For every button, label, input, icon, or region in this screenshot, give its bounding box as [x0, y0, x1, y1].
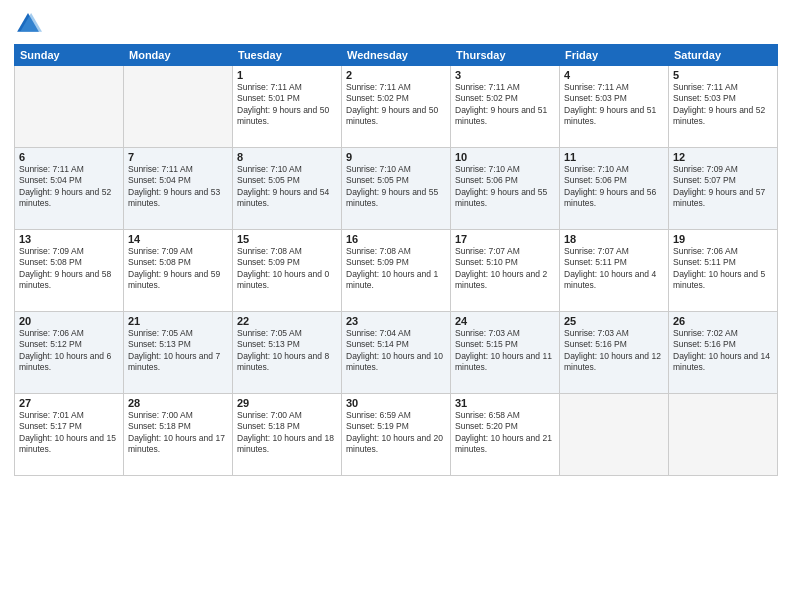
calendar-cell: 29Sunrise: 7:00 AM Sunset: 5:18 PM Dayli…	[233, 394, 342, 476]
calendar-cell: 27Sunrise: 7:01 AM Sunset: 5:17 PM Dayli…	[15, 394, 124, 476]
calendar-cell: 14Sunrise: 7:09 AM Sunset: 5:08 PM Dayli…	[124, 230, 233, 312]
calendar-week-3: 13Sunrise: 7:09 AM Sunset: 5:08 PM Dayli…	[15, 230, 778, 312]
calendar-cell	[124, 66, 233, 148]
calendar-cell	[15, 66, 124, 148]
calendar-cell	[560, 394, 669, 476]
col-header-wednesday: Wednesday	[342, 45, 451, 66]
day-number: 11	[564, 151, 664, 163]
day-info: Sunrise: 7:10 AM Sunset: 5:06 PM Dayligh…	[455, 164, 555, 210]
day-info: Sunrise: 7:11 AM Sunset: 5:03 PM Dayligh…	[673, 82, 773, 128]
calendar-table: SundayMondayTuesdayWednesdayThursdayFrid…	[14, 44, 778, 476]
col-header-thursday: Thursday	[451, 45, 560, 66]
day-info: Sunrise: 6:58 AM Sunset: 5:20 PM Dayligh…	[455, 410, 555, 456]
calendar-cell: 16Sunrise: 7:08 AM Sunset: 5:09 PM Dayli…	[342, 230, 451, 312]
day-info: Sunrise: 7:11 AM Sunset: 5:04 PM Dayligh…	[128, 164, 228, 210]
day-number: 24	[455, 315, 555, 327]
calendar-cell: 11Sunrise: 7:10 AM Sunset: 5:06 PM Dayli…	[560, 148, 669, 230]
day-info: Sunrise: 7:11 AM Sunset: 5:02 PM Dayligh…	[455, 82, 555, 128]
calendar-cell: 5Sunrise: 7:11 AM Sunset: 5:03 PM Daylig…	[669, 66, 778, 148]
calendar-cell: 6Sunrise: 7:11 AM Sunset: 5:04 PM Daylig…	[15, 148, 124, 230]
calendar-cell: 19Sunrise: 7:06 AM Sunset: 5:11 PM Dayli…	[669, 230, 778, 312]
day-info: Sunrise: 7:09 AM Sunset: 5:08 PM Dayligh…	[128, 246, 228, 292]
day-info: Sunrise: 7:11 AM Sunset: 5:01 PM Dayligh…	[237, 82, 337, 128]
calendar-cell: 2Sunrise: 7:11 AM Sunset: 5:02 PM Daylig…	[342, 66, 451, 148]
logo	[14, 10, 46, 38]
day-number: 16	[346, 233, 446, 245]
day-number: 6	[19, 151, 119, 163]
day-info: Sunrise: 7:06 AM Sunset: 5:12 PM Dayligh…	[19, 328, 119, 374]
day-info: Sunrise: 7:08 AM Sunset: 5:09 PM Dayligh…	[237, 246, 337, 292]
calendar-header-row: SundayMondayTuesdayWednesdayThursdayFrid…	[15, 45, 778, 66]
day-info: Sunrise: 7:06 AM Sunset: 5:11 PM Dayligh…	[673, 246, 773, 292]
day-number: 18	[564, 233, 664, 245]
day-info: Sunrise: 7:09 AM Sunset: 5:08 PM Dayligh…	[19, 246, 119, 292]
calendar-cell: 7Sunrise: 7:11 AM Sunset: 5:04 PM Daylig…	[124, 148, 233, 230]
day-info: Sunrise: 7:03 AM Sunset: 5:16 PM Dayligh…	[564, 328, 664, 374]
day-info: Sunrise: 7:11 AM Sunset: 5:03 PM Dayligh…	[564, 82, 664, 128]
day-number: 1	[237, 69, 337, 81]
calendar-cell: 21Sunrise: 7:05 AM Sunset: 5:13 PM Dayli…	[124, 312, 233, 394]
day-info: Sunrise: 6:59 AM Sunset: 5:19 PM Dayligh…	[346, 410, 446, 456]
calendar-cell: 31Sunrise: 6:58 AM Sunset: 5:20 PM Dayli…	[451, 394, 560, 476]
day-number: 27	[19, 397, 119, 409]
calendar-cell: 10Sunrise: 7:10 AM Sunset: 5:06 PM Dayli…	[451, 148, 560, 230]
day-number: 3	[455, 69, 555, 81]
day-number: 2	[346, 69, 446, 81]
col-header-monday: Monday	[124, 45, 233, 66]
col-header-tuesday: Tuesday	[233, 45, 342, 66]
day-info: Sunrise: 7:07 AM Sunset: 5:11 PM Dayligh…	[564, 246, 664, 292]
calendar-cell: 12Sunrise: 7:09 AM Sunset: 5:07 PM Dayli…	[669, 148, 778, 230]
day-info: Sunrise: 7:00 AM Sunset: 5:18 PM Dayligh…	[128, 410, 228, 456]
day-info: Sunrise: 7:04 AM Sunset: 5:14 PM Dayligh…	[346, 328, 446, 374]
calendar-cell: 9Sunrise: 7:10 AM Sunset: 5:05 PM Daylig…	[342, 148, 451, 230]
day-number: 19	[673, 233, 773, 245]
day-info: Sunrise: 7:07 AM Sunset: 5:10 PM Dayligh…	[455, 246, 555, 292]
day-number: 12	[673, 151, 773, 163]
calendar-cell: 24Sunrise: 7:03 AM Sunset: 5:15 PM Dayli…	[451, 312, 560, 394]
day-number: 21	[128, 315, 228, 327]
day-info: Sunrise: 7:11 AM Sunset: 5:02 PM Dayligh…	[346, 82, 446, 128]
day-number: 5	[673, 69, 773, 81]
calendar-cell: 13Sunrise: 7:09 AM Sunset: 5:08 PM Dayli…	[15, 230, 124, 312]
day-number: 4	[564, 69, 664, 81]
calendar-cell: 26Sunrise: 7:02 AM Sunset: 5:16 PM Dayli…	[669, 312, 778, 394]
day-number: 23	[346, 315, 446, 327]
calendar-week-1: 1Sunrise: 7:11 AM Sunset: 5:01 PM Daylig…	[15, 66, 778, 148]
calendar-week-5: 27Sunrise: 7:01 AM Sunset: 5:17 PM Dayli…	[15, 394, 778, 476]
calendar-cell: 22Sunrise: 7:05 AM Sunset: 5:13 PM Dayli…	[233, 312, 342, 394]
calendar-cell: 1Sunrise: 7:11 AM Sunset: 5:01 PM Daylig…	[233, 66, 342, 148]
page-header	[14, 10, 778, 38]
day-info: Sunrise: 7:03 AM Sunset: 5:15 PM Dayligh…	[455, 328, 555, 374]
day-number: 25	[564, 315, 664, 327]
calendar-cell: 3Sunrise: 7:11 AM Sunset: 5:02 PM Daylig…	[451, 66, 560, 148]
day-info: Sunrise: 7:11 AM Sunset: 5:04 PM Dayligh…	[19, 164, 119, 210]
day-number: 26	[673, 315, 773, 327]
calendar-cell: 20Sunrise: 7:06 AM Sunset: 5:12 PM Dayli…	[15, 312, 124, 394]
calendar-week-2: 6Sunrise: 7:11 AM Sunset: 5:04 PM Daylig…	[15, 148, 778, 230]
day-info: Sunrise: 7:09 AM Sunset: 5:07 PM Dayligh…	[673, 164, 773, 210]
calendar-cell: 18Sunrise: 7:07 AM Sunset: 5:11 PM Dayli…	[560, 230, 669, 312]
day-number: 30	[346, 397, 446, 409]
day-info: Sunrise: 7:10 AM Sunset: 5:05 PM Dayligh…	[237, 164, 337, 210]
day-number: 8	[237, 151, 337, 163]
day-number: 17	[455, 233, 555, 245]
day-number: 20	[19, 315, 119, 327]
day-number: 15	[237, 233, 337, 245]
day-number: 9	[346, 151, 446, 163]
calendar-cell: 30Sunrise: 6:59 AM Sunset: 5:19 PM Dayli…	[342, 394, 451, 476]
day-number: 22	[237, 315, 337, 327]
day-info: Sunrise: 7:00 AM Sunset: 5:18 PM Dayligh…	[237, 410, 337, 456]
day-number: 13	[19, 233, 119, 245]
calendar-cell: 17Sunrise: 7:07 AM Sunset: 5:10 PM Dayli…	[451, 230, 560, 312]
day-info: Sunrise: 7:08 AM Sunset: 5:09 PM Dayligh…	[346, 246, 446, 292]
calendar-cell	[669, 394, 778, 476]
day-number: 29	[237, 397, 337, 409]
day-number: 7	[128, 151, 228, 163]
calendar-cell: 23Sunrise: 7:04 AM Sunset: 5:14 PM Dayli…	[342, 312, 451, 394]
col-header-saturday: Saturday	[669, 45, 778, 66]
col-header-sunday: Sunday	[15, 45, 124, 66]
day-info: Sunrise: 7:02 AM Sunset: 5:16 PM Dayligh…	[673, 328, 773, 374]
calendar-cell: 28Sunrise: 7:00 AM Sunset: 5:18 PM Dayli…	[124, 394, 233, 476]
day-number: 31	[455, 397, 555, 409]
day-info: Sunrise: 7:01 AM Sunset: 5:17 PM Dayligh…	[19, 410, 119, 456]
